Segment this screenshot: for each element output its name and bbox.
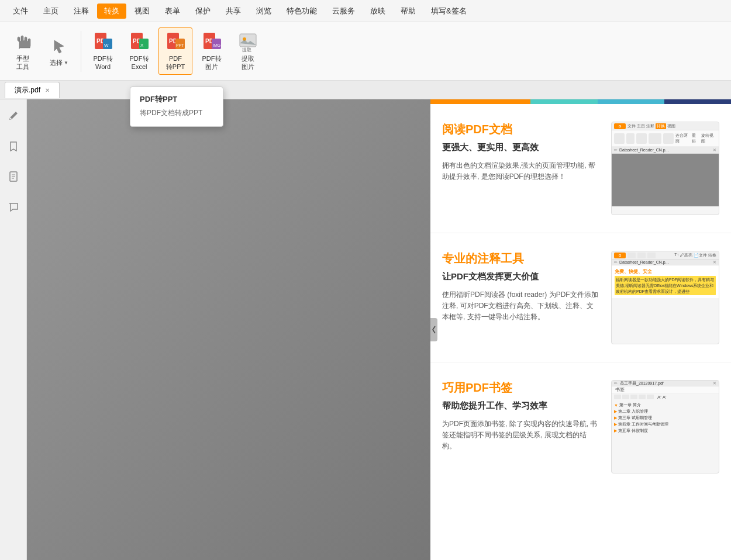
menu-cloud[interactable]: 云服务 [325,4,362,19]
menu-slideshow[interactable]: 放映 [363,4,392,19]
sidebar-bookmark-icon[interactable] [3,136,24,157]
extract-icon: 提取 [237,32,258,53]
menu-home[interactable]: 主页 [36,4,65,19]
feature-bookmark-subtitle: 帮助您提升工作、学习效率 [442,400,599,412]
pdf-ppt-label: PDF转PPT [166,55,185,70]
pdf-ppt-tooltip: PDF转PPT 将PDF文档转成PPT [130,87,223,127]
feature-annotation-text: 专业的注释工具 让PDF文档发挥更大价值 使用福昕PDF阅读器 (foxit r… [442,251,599,344]
toolbar: 手型 工具 选择 ▼ PDF → W PDF转Word [0,22,731,81]
menu-browse[interactable]: 浏览 [249,4,278,19]
left-sidebar [0,99,27,560]
main-layout: 阅读PDF文档 更强大、更实用、更高效 拥有出色的文档渲染效果,强大的页面管理功… [0,99,731,560]
pdf-word-icon: PDF → W [92,32,113,53]
feature-read-text: 阅读PDF文档 更强大、更实用、更高效 拥有出色的文档渲染效果,强大的页面管理功… [442,122,599,215]
feature-annotation-image: G T↑ 🖊高亮 📄文件 转换 [611,251,719,344]
color-orange [430,99,530,104]
tooltip-title: PDF转PPT [130,92,223,107]
svg-text:PPT: PPT [176,43,184,47]
feature-annotation-title: 专业的注释工具 [442,251,599,267]
extract-label: 提取图片 [242,55,254,70]
feature-annotation-desc: 使用福昕PDF阅读器 (foxit reader) 为PDF文件添加注释, 可对… [442,289,599,323]
menu-view[interactable]: 视图 [127,4,157,19]
sidebar-edit-icon[interactable] [3,105,24,126]
tab-pdf[interactable]: 演示.pdf ✕ [5,82,60,98]
pdf-image-label: PDF转图片 [202,55,222,70]
menu-features[interactable]: 特色功能 [280,4,324,19]
menu-form[interactable]: 表单 [158,4,187,19]
menu-protect[interactable]: 保护 [188,4,218,19]
svg-rect-17 [240,34,256,47]
tab-close-icon[interactable]: ✕ [45,87,50,94]
feature-bookmark-image: ✏ 员工手册_20120917.pdf ✕ 书签 [611,380,719,473]
feature-bookmark: 巧用PDF书签 帮助您提升工作、学习效率 为PDF页面添加书签, 除了实现内容的… [430,362,731,491]
menu-help[interactable]: 帮助 [394,4,423,19]
pdf-excel-label: PDF转Excel [130,55,149,70]
menu-annotate[interactable]: 注释 [67,4,96,19]
menu-share[interactable]: 共享 [219,4,248,19]
select-icon [49,36,70,57]
select-tool-label: 选择 [50,59,63,67]
pdf-page-area [27,99,430,560]
color-bar [430,99,731,104]
svg-text:X: X [140,43,144,48]
hand-icon [12,32,33,53]
pdf-promotional-content: 阅读PDF文档 更强大、更实用、更高效 拥有出色的文档渲染效果,强大的页面管理功… [430,99,731,560]
select-tool-button[interactable]: 选择 ▼ [42,28,76,75]
feature-bookmark-text: 巧用PDF书签 帮助您提升工作、学习效率 为PDF页面添加书签, 除了实现内容的… [442,380,599,473]
tooltip-desc: 将PDF文档转成PPT [130,107,223,122]
sidebar-page-icon[interactable] [3,166,24,187]
pdf-excel-icon: PDF X [129,32,150,53]
feature-read-pdf: 阅读PDF文档 更强大、更实用、更高效 拥有出色的文档渲染效果,强大的页面管理功… [430,104,731,233]
extract-image-button[interactable]: 提取 提取图片 [231,28,265,75]
pdf-image-icon: PDF IMG [201,32,222,53]
hand-tool-button[interactable]: 手型 工具 [6,28,40,75]
sidebar-comment-icon[interactable] [3,196,24,217]
color-blue [598,99,664,104]
pdf-word-label: PDF转Word [94,55,113,70]
menu-file[interactable]: 文件 [6,4,35,19]
feature-read-subtitle: 更强大、更实用、更高效 [442,142,599,153]
feature-read-title: 阅读PDF文档 [442,122,599,137]
color-teal [530,99,597,104]
feature-annotation: 专业的注释工具 让PDF文档发挥更大价值 使用福昕PDF阅读器 (foxit r… [430,233,731,362]
hand-tool-label: 手型 工具 [16,55,29,70]
menu-sign[interactable]: 填写&签名 [424,4,474,19]
feature-read-desc: 拥有出色的文档渲染效果,强大的页面管理功能, 帮助提升效率, 是您阅读PDF的理… [442,160,599,182]
svg-text:W: W [104,43,109,48]
svg-text:IMG: IMG [213,43,220,47]
tab-bar: 演示.pdf ✕ [0,81,731,99]
pdf-to-image-button[interactable]: PDF IMG PDF转图片 [195,28,229,75]
color-darkblue [664,99,731,104]
pdf-to-excel-button[interactable]: PDF X PDF转Excel [122,28,156,75]
pdf-to-ppt-button[interactable]: PDF PPT PDF转PPT [158,27,192,74]
feature-bookmark-desc: 为PDF页面添加书签, 除了实现内容的快速导航, 书签还能指明不同书签的层级关系… [442,419,599,452]
menu-convert[interactable]: 转换 [97,4,126,19]
feature-read-image: G 文件 主页 注释 转换 视图 [611,122,719,215]
collapse-panel-button[interactable] [430,318,437,341]
menu-bar: 文件 主页 注释 转换 视图 表单 保护 共享 浏览 特色功能 云服务 放映 帮… [0,0,731,22]
feature-annotation-subtitle: 让PDF文档发挥更大价值 [442,271,599,282]
pdf-ppt-icon: PDF PPT [165,32,186,53]
select-dropdown-arrow: ▼ [64,60,68,65]
content-area: 阅读PDF文档 更强大、更实用、更高效 拥有出色的文档渲染效果,强大的页面管理功… [27,99,731,560]
feature-bookmark-title: 巧用PDF书签 [442,380,599,396]
pdf-to-word-button[interactable]: PDF → W PDF转Word [86,28,120,75]
tab-label: 演示.pdf [15,85,40,95]
svg-text:提取: 提取 [242,47,251,53]
